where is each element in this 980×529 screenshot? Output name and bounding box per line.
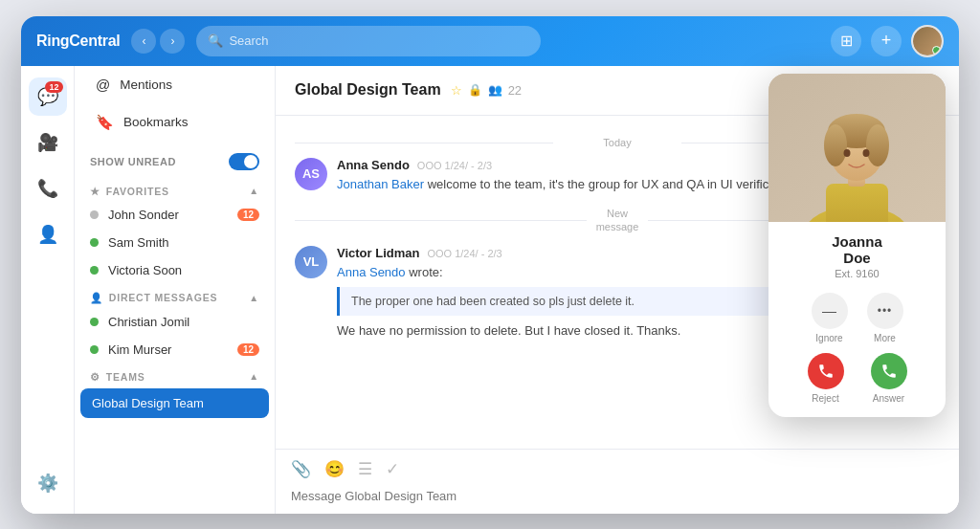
chat-footer: 📎 😊 ☰ ✓: [276, 449, 959, 514]
search-icon: 🔍: [208, 33, 223, 48]
messages-nav-button[interactable]: 💬 12: [29, 77, 67, 116]
show-unread-row: SHOW UNREAD: [75, 145, 275, 178]
attach-button[interactable]: 📎: [291, 459, 311, 479]
teams-icon: ⚙: [90, 371, 100, 383]
contact-name: Christian Jomil: [108, 315, 259, 329]
svg-point-6: [824, 124, 847, 166]
search-placeholder-text: Search: [229, 33, 268, 48]
answer-action: Answer: [871, 353, 907, 404]
contact-name: Sam Smith: [108, 235, 259, 250]
contact-victoria-soon[interactable]: Victoria Soon: [75, 256, 275, 284]
sender-name: Victor Lidman: [337, 246, 419, 260]
gear-icon: ⚙️: [37, 473, 58, 494]
favorites-chevron: ▲: [249, 186, 259, 196]
sidebar-item-mentions[interactable]: @ Mentions: [80, 68, 269, 101]
bookmark-icon: 🔖: [96, 114, 114, 131]
contact-badge: 12: [237, 209, 259, 221]
search-bar[interactable]: 🔍 Search: [196, 26, 541, 56]
online-status-dot: [932, 46, 941, 55]
mentions-label: Mentions: [120, 77, 172, 92]
wrote-label: wrote:: [409, 265, 442, 279]
sidebar: @ Mentions 🔖 Bookmarks SHOW UNREAD ★ FAV…: [75, 66, 276, 514]
mention-link[interactable]: Jonathan Baker: [337, 177, 424, 191]
svg-point-7: [866, 124, 889, 166]
nav-arrows: ‹ ›: [131, 29, 185, 54]
contact-christian-jomil[interactable]: Christian Jomil: [75, 308, 275, 336]
direct-messages-label: DIRECT MESSAGES: [109, 292, 218, 303]
status-dot-green: [90, 238, 99, 247]
top-bar: RingCentral ‹ › 🔍 Search ⊞ +: [21, 16, 959, 66]
phone-nav-button[interactable]: 📞: [29, 169, 67, 208]
caller-figure: [768, 74, 946, 222]
team-global-design[interactable]: Global Design Team: [80, 388, 269, 418]
answer-phone-icon: [880, 363, 898, 380]
video-icon: 🎥: [37, 132, 58, 153]
contacts-nav-button[interactable]: 👤: [29, 215, 67, 253]
star-icon[interactable]: ☆: [451, 83, 462, 98]
svg-point-9: [863, 149, 870, 157]
incoming-call-card: JoannaDoe Ext. 9160 — Ignore ••• More Re…: [768, 74, 946, 417]
caller-photo: [768, 74, 946, 222]
contacts-icon: 👤: [37, 224, 58, 245]
forward-button[interactable]: ›: [160, 29, 185, 54]
contact-name: Victoria Soon: [108, 263, 259, 277]
reject-label: Reject: [812, 393, 838, 404]
star-icon: ★: [90, 186, 100, 197]
call-primary-actions: Reject Answer: [768, 349, 946, 417]
sidebar-item-bookmarks[interactable]: 🔖 Bookmarks: [80, 105, 269, 140]
teams-section-header[interactable]: ⚙ TEAMS ▲: [75, 364, 275, 386]
emoji-button[interactable]: 😊: [324, 459, 345, 479]
answer-label: Answer: [873, 393, 904, 404]
contact-kim-murser[interactable]: Kim Murser 12: [75, 336, 275, 364]
format-button[interactable]: ☰: [358, 459, 372, 479]
contact-name: Kim Murser: [108, 342, 228, 357]
tasks-button[interactable]: ✓: [386, 459, 399, 479]
add-button[interactable]: +: [871, 26, 902, 56]
chat-header-icons: ☆ 🔒 👥 22: [451, 83, 522, 98]
left-icon-bar: 💬 12 🎥 📞 👤 ⚙️: [21, 66, 75, 514]
teams-label: TEAMS: [106, 371, 145, 383]
at-icon: @: [96, 77, 110, 93]
quote-text: The proper one had been created so pls j…: [351, 295, 635, 308]
more-action: ••• More: [867, 293, 903, 343]
settings-nav-button[interactable]: ⚙️: [29, 464, 67, 502]
answer-button[interactable]: [871, 353, 907, 389]
call-info: JoannaDoe Ext. 9160: [768, 222, 946, 287]
dm-chevron: ▲: [249, 293, 259, 303]
app-logo: RingCentral: [36, 33, 120, 50]
members-icon: 👥: [488, 83, 502, 97]
app-container: RingCentral ‹ › 🔍 Search ⊞ + 💬 12 �: [21, 16, 959, 514]
mention-link[interactable]: Anna Sendo: [337, 265, 406, 279]
direct-messages-section-header[interactable]: 👤 DIRECT MESSAGES ▲: [75, 284, 275, 308]
lock-icon: 🔒: [468, 83, 482, 97]
more-button[interactable]: •••: [867, 293, 903, 329]
favorites-label: FAVORITES: [106, 186, 169, 197]
show-unread-toggle[interactable]: [229, 153, 259, 170]
grid-button[interactable]: ⊞: [831, 26, 861, 56]
top-bar-actions: ⊞ +: [831, 25, 944, 57]
team-name: Global Design Team: [92, 396, 257, 410]
contact-sam-smith[interactable]: Sam Smith: [75, 229, 275, 256]
contact-badge: 12: [237, 343, 259, 356]
call-secondary-actions: — Ignore ••• More: [768, 287, 946, 349]
favorites-section-header[interactable]: ★ FAVORITES ▲: [75, 178, 275, 201]
status-dot-gray: [90, 210, 99, 219]
bookmarks-label: Bookmarks: [123, 115, 189, 129]
dm-icon: 👤: [90, 292, 103, 304]
contact-name: John Sonder: [108, 208, 228, 222]
new-message-label: Newmessage: [596, 207, 639, 234]
ignore-button[interactable]: —: [812, 293, 848, 329]
user-avatar[interactable]: [911, 25, 944, 57]
message-input[interactable]: [291, 489, 944, 503]
messages-badge: 12: [45, 81, 62, 93]
avatar-anna-sendo: AS: [295, 158, 327, 190]
show-unread-label: SHOW UNREAD: [90, 156, 176, 167]
svg-point-8: [844, 149, 851, 157]
contact-john-sonder[interactable]: John Sonder 12: [75, 201, 275, 229]
reject-button[interactable]: [808, 353, 844, 389]
reject-action: Reject: [808, 353, 844, 404]
back-button[interactable]: ‹: [131, 29, 156, 54]
video-nav-button[interactable]: 🎥: [29, 123, 67, 162]
more-label: More: [874, 333, 896, 343]
ignore-action: — Ignore: [812, 293, 848, 343]
